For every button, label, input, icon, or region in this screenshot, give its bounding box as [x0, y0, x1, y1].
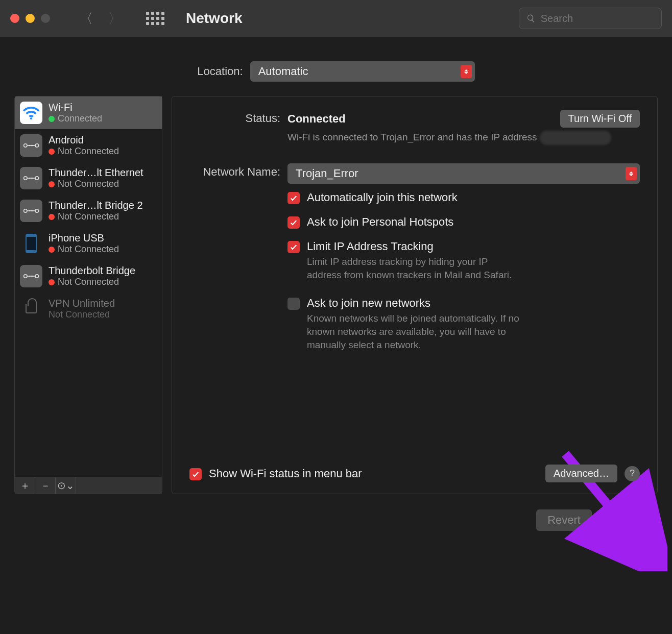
back-icon[interactable]: 〈	[80, 10, 93, 28]
all-preferences-icon[interactable]	[146, 12, 164, 25]
interface-status: Not Connected	[49, 211, 143, 222]
svg-point-0	[30, 117, 32, 119]
ip-address-redacted	[540, 131, 611, 145]
interface-name: Thunder…lt Bridge 2	[49, 200, 143, 211]
location-select[interactable]: Automatic	[250, 61, 475, 82]
search-icon	[526, 13, 536, 23]
interface-detail-pane: Status: Connected Turn Wi-Fi Off Wi-Fi i…	[172, 96, 658, 494]
lock-icon	[20, 298, 42, 320]
eth-icon	[20, 134, 42, 157]
svg-point-10	[29, 178, 31, 179]
remove-interface-button[interactable]: －	[35, 477, 56, 494]
svg-point-6	[32, 145, 34, 147]
svg-point-17	[31, 210, 32, 212]
interfaces-list: Wi-FiConnectedAndroidNot ConnectedThunde…	[15, 96, 162, 477]
status-label: Status:	[189, 110, 280, 125]
apply-button[interactable]: Apply	[601, 509, 652, 531]
revert-button[interactable]: Revert	[536, 509, 592, 531]
svg-point-19	[24, 275, 27, 278]
svg-point-1	[24, 144, 27, 147]
eth-icon	[20, 265, 42, 287]
svg-point-7	[24, 177, 27, 180]
nav-arrows: 〈 〉	[80, 10, 122, 28]
auto-join-checkbox-row[interactable]: Automatically join this network	[287, 191, 640, 204]
interface-name: VPN Unlimited	[49, 298, 115, 309]
checkbox-checked-icon	[287, 241, 300, 253]
status-dot-icon	[49, 181, 55, 187]
help-button[interactable]: ?	[625, 466, 640, 481]
svg-point-22	[29, 276, 31, 277]
status-dot-icon	[49, 116, 55, 122]
chevron-updown-icon	[461, 65, 472, 78]
svg-point-13	[24, 209, 27, 212]
advanced-button[interactable]: Advanced…	[545, 465, 617, 482]
interface-status: Not Connected	[49, 309, 115, 320]
svg-point-2	[35, 144, 38, 147]
sidebar-item-android[interactable]: AndroidNot Connected	[15, 129, 162, 162]
window-toolbar: 〈 〉 Network	[0, 0, 672, 37]
svg-point-5	[31, 145, 32, 147]
show-menubar-checkbox-row[interactable]: Show Wi-Fi status in menu bar	[189, 467, 362, 480]
search-input[interactable]	[541, 13, 654, 25]
sidebar-item-thunder-lt-ethernet[interactable]: Thunder…lt EthernetNot Connected	[15, 162, 162, 194]
interface-status: Not Connected	[49, 179, 143, 189]
interface-actions-button[interactable]: ⊙⌄	[56, 477, 76, 494]
interface-name: Thunderbolt Bridge	[49, 265, 135, 277]
search-field-wrap[interactable]	[519, 8, 662, 29]
window-title: Network	[186, 10, 242, 27]
svg-point-24	[32, 276, 34, 277]
wifi-icon	[20, 102, 42, 124]
status-value: Connected	[287, 112, 346, 126]
interface-name: Wi-Fi	[49, 102, 102, 113]
chevron-updown-icon	[626, 167, 637, 180]
sidebar-item-thunder-lt-bridge-2[interactable]: Thunder…lt Bridge 2Not Connected	[15, 194, 162, 227]
svg-point-18	[32, 210, 34, 212]
sidebar-item-vpn-unlimited[interactable]: VPN UnlimitedNot Connected	[15, 292, 162, 325]
add-interface-button[interactable]: ＋	[15, 477, 35, 494]
location-label: Location:	[197, 65, 243, 78]
status-dot-icon	[49, 149, 55, 155]
forward-icon[interactable]: 〉	[108, 10, 122, 28]
phone-icon	[20, 232, 42, 255]
checkbox-checked-icon	[287, 216, 300, 229]
sidebar-item-wi-fi[interactable]: Wi-FiConnected	[15, 96, 162, 129]
ask-hotspot-checkbox-row[interactable]: Ask to join Personal Hotspots	[287, 215, 640, 229]
interface-name: Android	[49, 134, 119, 146]
sidebar-footer: ＋ － ⊙⌄	[15, 477, 162, 494]
interface-status: Connected	[49, 113, 102, 124]
network-name-label: Network Name:	[189, 163, 280, 179]
sidebar-item-thunderbolt-bridge[interactable]: Thunderbolt BridgeNot Connected	[15, 260, 162, 292]
svg-point-8	[35, 177, 38, 180]
interface-name: Thunder…lt Ethernet	[49, 167, 143, 179]
ask-new-checkbox-row[interactable]: Ask to join new networks Known networks …	[287, 297, 640, 351]
status-description: Wi-Fi is connected to Trojan_Error and h…	[287, 131, 640, 145]
svg-point-16	[29, 210, 31, 212]
traffic-lights	[10, 14, 50, 23]
status-dot-icon	[49, 214, 55, 220]
svg-point-23	[31, 276, 32, 277]
minimize-window-icon[interactable]	[26, 14, 35, 23]
svg-point-14	[35, 209, 38, 212]
location-row: Location: Automatic	[0, 61, 672, 82]
interface-status: Not Connected	[49, 244, 119, 255]
interface-status: Not Connected	[49, 146, 119, 157]
checkbox-checked-icon	[287, 192, 300, 204]
limit-ip-checkbox-row[interactable]: Limit IP Address Tracking Limit IP addre…	[287, 240, 640, 281]
svg-point-20	[35, 275, 38, 278]
network-name-select[interactable]: Trojan_Error	[287, 163, 640, 184]
zoom-window-icon[interactable]	[41, 14, 50, 23]
eth-icon	[20, 200, 42, 222]
svg-point-4	[29, 145, 31, 147]
wifi-toggle-button[interactable]: Turn Wi-Fi Off	[560, 110, 640, 128]
sidebar-item-iphone-usb[interactable]: iPhone USBNot Connected	[15, 227, 162, 260]
interface-name: iPhone USB	[49, 232, 119, 244]
status-dot-icon	[49, 247, 55, 253]
window-footer: Revert Apply	[0, 494, 672, 531]
location-value: Automatic	[258, 65, 308, 78]
svg-point-12	[32, 178, 34, 179]
close-window-icon[interactable]	[10, 14, 19, 23]
svg-point-11	[31, 178, 32, 179]
interface-status: Not Connected	[49, 277, 135, 287]
status-dot-icon	[49, 279, 55, 285]
interfaces-sidebar: Wi-FiConnectedAndroidNot ConnectedThunde…	[14, 96, 162, 494]
